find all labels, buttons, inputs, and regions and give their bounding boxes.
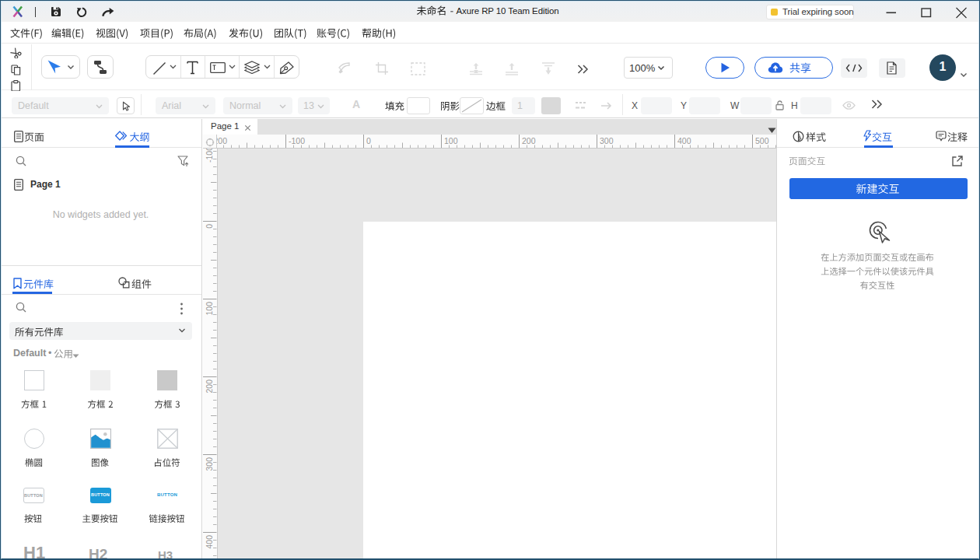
svg-text:200: 200 — [522, 136, 536, 145]
svg-text:-100: -100 — [205, 149, 214, 163]
svg-text:300: 300 — [205, 457, 214, 471]
svg-text:-100: -100 — [289, 136, 305, 145]
svg-text:500: 500 — [755, 136, 769, 145]
svg-text:0: 0 — [366, 136, 371, 145]
svg-text:400: 400 — [205, 535, 214, 549]
svg-text:400: 400 — [677, 136, 691, 145]
svg-text:100: 100 — [205, 302, 214, 316]
svg-text:0: 0 — [205, 224, 214, 229]
svg-text:200: 200 — [205, 380, 214, 394]
svg-text:100: 100 — [444, 136, 458, 145]
svg-text:300: 300 — [600, 136, 614, 145]
